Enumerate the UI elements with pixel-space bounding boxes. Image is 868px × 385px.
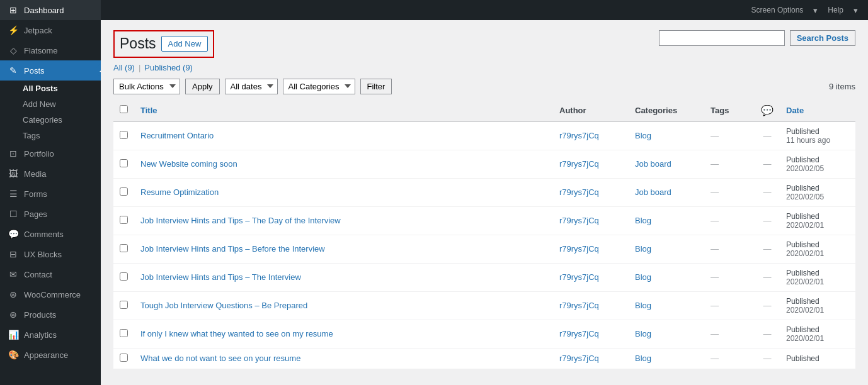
sidebar-item-posts[interactable]: ✎ Posts ◀ (0, 60, 101, 81)
post-title-cell: Recruitment Ontario (134, 121, 553, 150)
post-title-link[interactable]: Resume Optimization (140, 187, 219, 197)
sidebar-item-forms[interactable]: ☰ Forms (0, 184, 101, 204)
sidebar-item-label: UX Blocks (24, 250, 62, 259)
post-title-link[interactable]: If only I knew what they wanted to see o… (140, 329, 333, 338)
post-title-cell: Resume Optimization (134, 178, 553, 206)
title-header[interactable]: Title (134, 99, 553, 122)
sidebar-item-flatsome[interactable]: ◇ Flatsome (0, 40, 101, 60)
sidebar-item-portfolio[interactable]: ⊡ Portfolio (0, 143, 101, 164)
sidebar-collapse-arrow[interactable]: ◀ (96, 64, 101, 77)
post-tags-cell: — (704, 178, 755, 206)
row-checkbox[interactable] (120, 159, 128, 167)
row-checkbox[interactable] (120, 244, 128, 252)
search-posts-button[interactable]: Search Posts (790, 30, 855, 46)
post-author-link[interactable]: r79rys7jCq (559, 354, 599, 363)
post-author-cell: r79rys7jCq (553, 206, 629, 235)
table-row: Tough Job Interview Questions – Be Prepa… (113, 291, 855, 320)
filter-published-link[interactable]: Published (9) (144, 63, 193, 72)
sidebar-item-pages[interactable]: ☐ Pages (0, 204, 101, 224)
bulk-actions-select[interactable]: Bulk Actions (113, 79, 180, 94)
pages-icon: ☐ (8, 209, 19, 219)
post-comments-value: — (763, 354, 772, 363)
sidebar-sub-tags[interactable]: Tags (0, 128, 101, 143)
post-title-link[interactable]: Job Interview Hints and Tips – The Inter… (140, 272, 301, 282)
media-icon: 🖼 (8, 169, 19, 179)
sidebar-item-woocommerce[interactable]: ⊛ WooCommerce (0, 284, 101, 304)
post-author-link[interactable]: r79rys7jCq (559, 301, 599, 310)
row-checkbox[interactable] (120, 272, 128, 281)
all-dates-select[interactable]: All dates (225, 79, 278, 94)
date-header[interactable]: Date (780, 99, 855, 122)
help-button[interactable]: Help (823, 3, 848, 17)
post-author-link[interactable]: r79rys7jCq (559, 272, 599, 282)
apply-button[interactable]: Apply (185, 79, 220, 94)
post-author-link[interactable]: r79rys7jCq (559, 216, 599, 225)
table-row: If only I knew what they wanted to see o… (113, 320, 855, 348)
post-title-link[interactable]: New Website coming soon (140, 159, 237, 169)
row-checkbox[interactable] (120, 187, 128, 196)
add-new-button[interactable]: Add New (161, 36, 208, 52)
row-checkbox-cell (113, 320, 134, 348)
post-date-cell: Published 11 hours ago (780, 121, 855, 150)
post-date-status: Published (786, 212, 849, 221)
post-comments-cell: — (755, 121, 780, 150)
post-tags-cell: — (704, 121, 755, 150)
post-category-link[interactable]: Job board (635, 159, 671, 169)
post-category-link[interactable]: Blog (635, 131, 651, 140)
post-category-link[interactable]: Blog (635, 354, 651, 363)
post-title-link[interactable]: What we do not want to see on your resum… (140, 354, 300, 363)
row-checkbox[interactable] (120, 301, 128, 309)
all-categories-select[interactable]: All Categories (283, 79, 355, 94)
post-category-link[interactable]: Blog (635, 329, 651, 338)
post-tags-value: — (711, 159, 719, 169)
screen-options-button[interactable]: Screen Options (746, 3, 809, 17)
sidebar-sub-categories[interactable]: Categories (0, 112, 101, 128)
sidebar-item-media[interactable]: 🖼 Media (0, 164, 101, 184)
post-author-link[interactable]: r79rys7jCq (559, 131, 599, 140)
sidebar-item-dashboard[interactable]: ⊞ Dashboard (0, 0, 101, 20)
search-input[interactable] (659, 30, 785, 46)
post-category-link[interactable]: Blog (635, 216, 651, 225)
post-category-link[interactable]: Job board (635, 187, 671, 197)
post-tags-value: — (711, 354, 719, 363)
row-checkbox[interactable] (120, 131, 128, 139)
sidebar-item-jetpack[interactable]: ⚡ Jetpack (0, 20, 101, 40)
row-checkbox[interactable] (120, 329, 128, 337)
sidebar-item-appearance[interactable]: 🎨 Appearance (0, 345, 101, 365)
post-title-link[interactable]: Recruitment Ontario (140, 131, 214, 140)
post-date-cell: Published 2020/02/01 (780, 235, 855, 263)
post-date-cell: Published 2020/02/05 (780, 178, 855, 206)
sidebar-sub-add-new[interactable]: Add New (0, 96, 101, 112)
select-all-checkbox[interactable] (120, 105, 128, 113)
sidebar-item-comments[interactable]: 💬 Comments (0, 224, 101, 244)
filter-button[interactable]: Filter (360, 79, 392, 94)
topbar-help-divider: ▾ (854, 6, 858, 15)
post-author-link[interactable]: r79rys7jCq (559, 329, 599, 338)
table-row: Job Interview Hints and Tips – The Inter… (113, 263, 855, 291)
row-checkbox[interactable] (120, 216, 128, 224)
post-author-cell: r79rys7jCq (553, 291, 629, 320)
post-author-link[interactable]: r79rys7jCq (559, 244, 599, 254)
post-title-link[interactable]: Job Interview Hints and Tips – The Day o… (140, 216, 341, 225)
post-date-value: 11 hours ago (786, 136, 849, 145)
sidebar-item-products[interactable]: ⊛ Products (0, 304, 101, 325)
post-comments-value: — (763, 244, 772, 254)
woocommerce-icon: ⊛ (8, 289, 19, 299)
post-title-link[interactable]: Job Interview Hints and Tips – Before th… (140, 244, 325, 254)
row-checkbox[interactable] (120, 354, 128, 362)
sidebar-item-analytics[interactable]: 📊 Analytics (0, 325, 101, 345)
post-category-link[interactable]: Blog (635, 272, 651, 282)
main-content: Screen Options ▾ Help ▾ Posts Add New Se… (101, 0, 868, 385)
filter-all-link[interactable]: All (9) (113, 63, 135, 72)
table-row: Resume Optimization r79rys7jCq Job board… (113, 178, 855, 206)
post-comments-cell: — (755, 235, 780, 263)
post-author-link[interactable]: r79rys7jCq (559, 187, 599, 197)
sidebar-item-ux-blocks[interactable]: ⊟ UX Blocks (0, 244, 101, 264)
sidebar-item-contact[interactable]: ✉ Contact (0, 264, 101, 284)
sidebar-sub-all-posts[interactable]: All Posts (0, 81, 101, 96)
post-category-link[interactable]: Blog (635, 244, 651, 254)
post-title-link[interactable]: Tough Job Interview Questions – Be Prepa… (140, 301, 307, 310)
post-author-link[interactable]: r79rys7jCq (559, 159, 599, 169)
post-categories-cell: Job board (629, 150, 704, 178)
post-category-link[interactable]: Blog (635, 301, 651, 310)
